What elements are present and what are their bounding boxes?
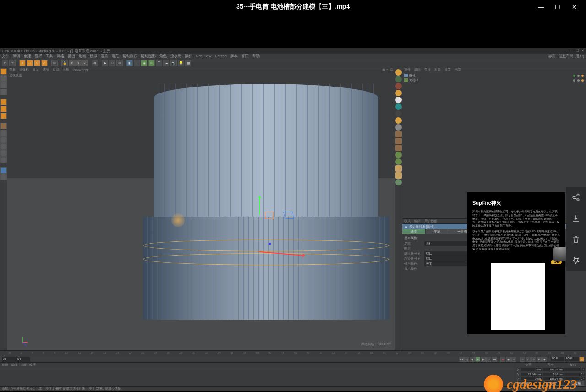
pal-icon[interactable] [395,131,402,137]
download-button[interactable] [566,208,586,229]
pal-icon[interactable] [395,172,402,179]
menu-script[interactable]: 脚本 [230,54,238,59]
tc-prev-frame[interactable]: ◀ [470,357,475,362]
coord-x-pos[interactable]: 0 cm [521,368,542,371]
c4d-maximize[interactable]: ☐ [576,49,579,53]
obj-tab-objects[interactable]: 对象 [434,67,441,72]
viewport-3d[interactable]: 透视视图 [7,72,395,350]
menu-octane[interactable]: Octane [215,54,227,58]
tc-rot-key[interactable]: ⟲ [531,357,536,362]
vp-view[interactable]: 查看 [9,67,16,72]
attr-tab-mode[interactable]: 模式 [404,219,411,223]
planar-workplane[interactable] [0,157,7,163]
timeline-current[interactable]: 0 F [16,357,30,362]
timeline-range-end[interactable]: 90 F [565,357,579,361]
mat-tab-create[interactable]: 创建 [2,363,8,367]
reference-image-panel[interactable]: SupFire神火 深圳市神火照明有限责任公司，专注于户外照明手电筒的研发、生产… [467,192,565,334]
menu-layout[interactable]: 理想布局 (用户) [559,54,584,59]
vp-camera[interactable]: 摄像机 [19,67,29,72]
menu-tools[interactable]: 工具 [46,54,53,59]
tc-pos-key[interactable]: ↔ [520,357,525,362]
vp-filter[interactable]: 过滤 [53,67,59,72]
vp-nav-icon3[interactable]: ⊡ [390,68,393,71]
menu-window[interactable]: 窗口 [241,54,249,59]
menu-sculpt[interactable]: 雕刻 [112,54,119,59]
camera[interactable]: 📷 [170,60,177,66]
share-button[interactable] [566,187,586,208]
vp-nav-icon[interactable]: ⊕ [382,68,385,71]
mode-edges[interactable] [0,106,7,112]
pal-icon[interactable] [395,165,402,172]
tool-axis-lock[interactable]: 🔒 [61,60,68,66]
pal-icon[interactable] [395,145,402,151]
gizmo-plane-xy[interactable] [283,212,294,219]
menu-render[interactable]: 渲染 [101,54,108,59]
close-button[interactable]: ✕ [566,0,582,14]
tool-scale[interactable]: ⤢ [41,60,48,66]
mat-tab-texture[interactable]: 纹理 [29,363,36,367]
pal-icon[interactable] [395,179,402,185]
pal-icon[interactable] [395,83,402,89]
obj-tab-bookmarks[interactable]: 书签 [455,67,461,72]
mode-texture[interactable] [0,82,7,88]
axis-x-toggle[interactable]: X [69,60,75,66]
timeline-start[interactable]: 0 F [2,357,16,362]
tweak-mode[interactable] [0,174,7,180]
gizmo-plane-yz[interactable] [265,212,274,219]
obj-tab-file[interactable]: 文件 [404,67,411,72]
timeline-end[interactable]: 90 F [551,357,564,361]
menu-mesh[interactable]: 网格 [57,54,64,59]
tool-recent[interactable]: ⊞ [51,60,58,66]
tc-param-key[interactable]: P [537,357,542,362]
deformer-bend[interactable]: ⌒ [156,60,162,66]
tc-goto-start[interactable]: ⏮ [459,357,464,362]
pal-icon[interactable] [395,69,402,76]
primitive-spline[interactable]: ~ [134,60,140,66]
generator-array[interactable]: ⊞ [148,60,155,66]
tc-key-options[interactable]: ⊞ [511,357,516,362]
tc-prev-key[interactable]: ◁ [464,357,469,362]
obj-tab-edit[interactable]: 编辑 [414,67,421,72]
tc-goto-end[interactable]: ⏭ [492,357,497,362]
obj-tab-view[interactable]: 查看 [424,67,431,72]
enable-snap[interactable] [0,136,7,143]
soft-select[interactable] [0,167,7,174]
make-editable[interactable] [0,68,7,75]
tool-grid[interactable]: ▦ [185,60,191,66]
pal-icon[interactable] [395,90,402,96]
pal-icon[interactable] [395,110,402,117]
tc-next-frame[interactable]: ▶ [481,357,486,362]
obj-item-cylinder[interactable]: 圆柱 [404,73,584,78]
menu-help[interactable]: 帮助 [252,54,260,59]
menu-animate[interactable]: 动画 [79,54,86,59]
pal-icon[interactable] [395,117,402,124]
mode-points[interactable] [0,99,7,105]
tool-rotate[interactable]: ⟲ [34,60,40,66]
vp-panel[interactable]: 面板 [63,67,69,72]
c4d-minimize[interactable]: — [570,49,573,53]
axis-z-toggle[interactable]: Z [81,60,88,66]
gizmo-y-axis[interactable] [259,196,260,214]
light[interactable]: 💡 [178,60,184,66]
mode-model[interactable] [0,75,7,82]
tool-redo[interactable]: ↷ [9,60,16,66]
c4d-close[interactable]: ✕ [581,49,584,53]
vp-nav-icon2[interactable]: ↔ [386,68,389,71]
pal-icon[interactable] [395,76,402,82]
tc-pla-key[interactable]: ◆ [542,357,547,362]
tool-coord-system[interactable]: ⊕ [92,60,98,66]
tool-render-view[interactable]: ▶ [102,60,108,66]
tool-render-settings[interactable]: ⚙ [116,60,123,66]
mode-workplane[interactable] [0,89,7,95]
obj-item-symmetry[interactable]: 对称 1 [404,78,584,82]
primitive-cube[interactable]: ◼ [126,60,133,66]
mode-polygons[interactable] [0,113,7,119]
coord-x-size[interactable]: 184.95 cm [543,368,563,371]
maximize-button[interactable]: ☐ [549,0,566,14]
tool-move[interactable]: ↔ [27,60,33,66]
vp-prorender[interactable]: ProRender [73,68,88,71]
pal-icon[interactable] [395,158,402,165]
menu-motion-tracker[interactable]: 运动跟踪 [123,54,137,59]
menu-simulate[interactable]: 模拟 [90,54,97,59]
mat-tab-func[interactable]: 功能 [20,363,27,367]
